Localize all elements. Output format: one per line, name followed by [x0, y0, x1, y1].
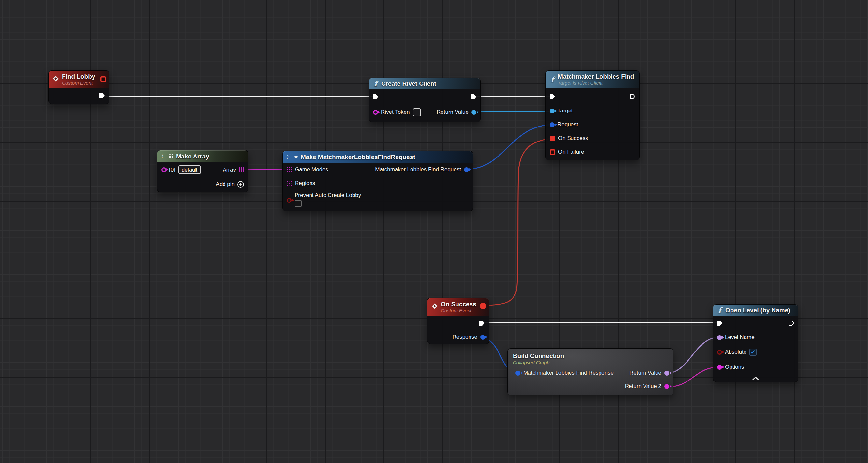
- return-value-label: Return Value: [629, 370, 661, 376]
- level-name-label: Level Name: [725, 334, 754, 341]
- array-out-label: Array: [222, 167, 236, 173]
- array-element-label: [0]: [169, 167, 175, 173]
- exec-in-pin[interactable]: [372, 94, 379, 100]
- absolute-checkbox[interactable]: [749, 349, 756, 356]
- node-make-request[interactable]: Make MatchmakerLobbiesFindRequest Game M…: [282, 151, 473, 211]
- find-request-out-label: Matchmaker Lobbies Find Request: [375, 166, 461, 173]
- on-success-pin[interactable]: [550, 136, 555, 141]
- on-success-label: On Success: [558, 135, 588, 142]
- on-failure-label: On Failure: [558, 149, 584, 155]
- wire-layer: [0, 0, 868, 463]
- return-value-pin[interactable]: [471, 110, 476, 115]
- game-modes-pin[interactable]: [287, 167, 292, 172]
- rivet-token-label: Rivet Token: [381, 109, 410, 115]
- node-subtitle: Target is Rivet Client: [558, 80, 634, 86]
- delegate-pin[interactable]: [480, 303, 486, 309]
- find-response-in-label: Matchmaker Lobbies Find Response: [523, 370, 614, 376]
- exec-in-pin[interactable]: [716, 320, 723, 326]
- level-name-pin[interactable]: [717, 335, 722, 340]
- regions-label: Regions: [295, 180, 315, 186]
- add-pin-label: Add pin: [216, 181, 235, 187]
- function-icon: [717, 306, 722, 315]
- return-value-label: Return Value: [437, 109, 468, 115]
- node-create-rivet-client[interactable]: Create Rivet Client Rivet Token Return V…: [369, 78, 480, 122]
- make-struct-icon: [287, 154, 291, 160]
- node-make-array[interactable]: Make Array [0] default Array Add pin: [157, 150, 248, 192]
- node-title: Create Rivet Client: [381, 80, 436, 87]
- rivet-token-input[interactable]: [413, 108, 421, 116]
- make-array-grid-icon: [169, 154, 173, 158]
- node-title: On Success: [441, 300, 476, 308]
- make-struct-pill-icon: [294, 156, 298, 158]
- exec-out-pin[interactable]: [478, 320, 485, 326]
- node-title: Build Connection: [513, 352, 668, 359]
- target-pin[interactable]: [550, 109, 555, 113]
- custom-event-icon: [431, 303, 438, 311]
- absolute-pin[interactable]: [717, 350, 722, 355]
- custom-event-icon: [53, 75, 59, 83]
- target-label: Target: [557, 108, 573, 114]
- exec-out-pin[interactable]: [99, 92, 105, 99]
- node-matchmaker-lobbies-find[interactable]: Matchmaker Lobbies Find Target is Rivet …: [546, 70, 640, 161]
- exec-in-pin[interactable]: [549, 93, 556, 100]
- node-title: Matchmaker Lobbies Find: [558, 73, 634, 80]
- wire-findrequest-to-request[interactable]: [467, 124, 554, 169]
- request-pin[interactable]: [550, 122, 555, 127]
- collapse-chevron-icon: [752, 376, 759, 380]
- node-title: Open Level (by Name): [725, 307, 790, 314]
- node-title: Make Array: [176, 153, 209, 160]
- exec-out-pin[interactable]: [470, 94, 477, 100]
- options-pin[interactable]: [717, 365, 722, 370]
- node-build-connection[interactable]: Build Connection Collapsed Graph Matchma…: [507, 348, 674, 395]
- node-subtitle: Custom Event: [62, 80, 95, 86]
- prevent-auto-create-checkbox[interactable]: [294, 200, 302, 207]
- function-icon: [550, 75, 555, 84]
- collapse-toggle[interactable]: [713, 375, 798, 382]
- return-value-2-pin[interactable]: [664, 384, 669, 389]
- node-subtitle: Collapsed Graph: [513, 359, 668, 366]
- game-modes-label: Game Modes: [295, 166, 328, 173]
- response-label: Response: [452, 334, 477, 340]
- absolute-label: Absolute: [725, 349, 746, 355]
- find-response-in-pin[interactable]: [516, 371, 520, 376]
- find-request-out-pin[interactable]: [464, 167, 469, 172]
- add-pin-icon: [237, 181, 244, 188]
- rivet-token-pin[interactable]: [373, 110, 378, 115]
- exec-out-pin[interactable]: [788, 320, 795, 326]
- function-icon: [373, 79, 378, 88]
- node-title: Find Lobby: [62, 73, 95, 80]
- node-find-lobby[interactable]: Find Lobby Custom Event: [48, 70, 110, 104]
- node-open-level[interactable]: Open Level (by Name) Level Name Absolute…: [713, 304, 798, 382]
- delegate-pin[interactable]: [100, 76, 106, 82]
- node-on-success[interactable]: On Success Custom Event Response: [427, 298, 489, 344]
- exec-out-pin[interactable]: [629, 93, 636, 100]
- return-value-2-label: Return Value 2: [625, 383, 661, 389]
- node-title: Make MatchmakerLobbiesFindRequest: [301, 153, 415, 161]
- options-label: Options: [725, 364, 744, 370]
- request-label: Request: [557, 121, 578, 128]
- blueprint-canvas[interactable]: Find Lobby Custom Event Make Array [0] d…: [0, 0, 868, 463]
- node-subtitle: Custom Event: [441, 308, 476, 314]
- response-pin[interactable]: [480, 335, 485, 340]
- prevent-auto-create-label: Prevent Auto Create Lobby: [294, 192, 361, 199]
- wire-onsuccess-delegate[interactable]: [485, 138, 554, 305]
- regions-pin[interactable]: [287, 181, 292, 186]
- make-array-icon: [161, 153, 166, 160]
- return-value-pin[interactable]: [664, 371, 669, 376]
- array-out-pin[interactable]: [239, 167, 244, 172]
- prevent-auto-create-pin[interactable]: [287, 198, 291, 203]
- add-pin-button[interactable]: Add pin: [216, 181, 244, 188]
- array-element-pin[interactable]: [161, 167, 166, 172]
- array-element-input[interactable]: default: [178, 165, 201, 174]
- on-failure-pin[interactable]: [550, 149, 555, 155]
